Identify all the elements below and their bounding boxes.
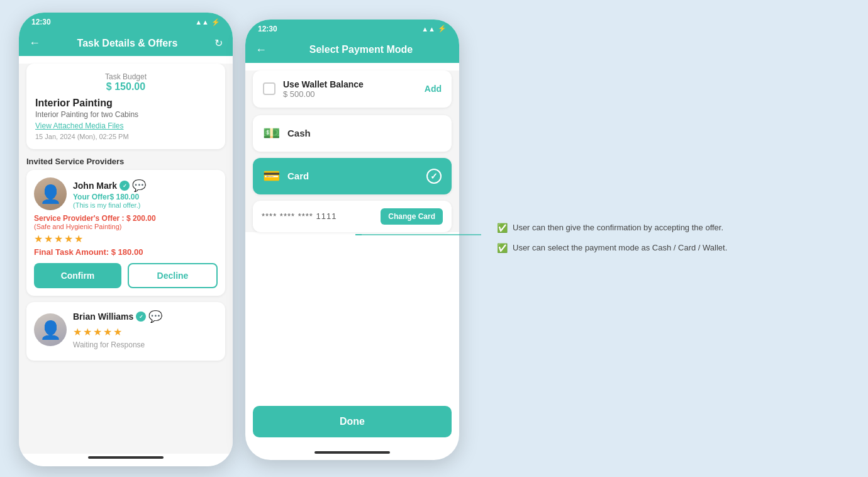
refresh-icon[interactable]: ↻ [214,37,223,49]
header-bar-1: ← Task Details & Offers ↻ [19,30,233,56]
check-icon-2: ✅ [497,243,508,253]
section-title-providers: Invited Service Providers [26,157,225,166]
waiting-text-brian: Waiting for Response [73,340,218,349]
provider-card-brian: Brian Williams ✓ 💬 ★★★★★ Waiting for Res… [26,302,225,361]
done-button-wrap: Done [245,396,459,447]
svg-point-1 [355,234,362,235]
provider-offer-note-john: (This is my final offer.) [73,201,218,209]
header-title-2: Select Payment Mode [273,44,449,55]
status-icons-2: ▲▲ ⚡ [421,25,447,33]
phone-payment: 12:30 ▲▲ ⚡ ← Select Payment Mode Use Wal… [245,20,459,460]
final-amount-john: Final Task Amount: $ 180.00 [34,247,218,257]
budget-label: Task Budget [35,72,216,81]
provider-name-brian: Brian Williams ✓ 💬 [73,310,218,323]
wallet-title: Use Wallet Balance [283,79,417,89]
annotation-1: ✅ User can then give the confirmation by… [497,223,849,233]
budget-amount: $ 150.00 [35,81,216,93]
time-1: 12:30 [31,18,51,26]
verified-badge-brian: ✓ [136,311,146,322]
bottom-bar-2 [245,451,459,454]
check-icon-1: ✅ [497,223,508,233]
provider-info-brian: Brian Williams ✓ 💬 ★★★★★ Waiting for Res… [73,310,218,349]
header-bar-2: ← Select Payment Mode [245,37,459,63]
provider-name-john: John Mark ✓ 💬 [73,179,218,193]
wifi-icon: ▲▲ [195,18,209,26]
provider-offer-john: Your Offer$ 180.00 [73,193,218,201]
provider-card-john: John Mark ✓ 💬 Your Offer$ 180.00 (This i… [26,170,225,296]
payment-body: Use Wallet Balance $ 500.00 Add 💵 Cash 💳… [245,70,459,232]
payment-options: 💵 Cash 💳 Card ✓ [253,115,452,194]
status-bar-1: 12:30 ▲▲ ⚡ [19,13,233,30]
phone-body-1: Task Budget $ 150.00 Interior Painting I… [19,64,233,454]
header-title-1: Task Details & Offers [47,38,208,49]
service-tag-john: (Safe and Hygienic Painting) [34,223,218,230]
home-indicator-2 [314,451,390,454]
task-title: Interior Painting [35,98,216,109]
time-2: 12:30 [258,25,277,33]
stars-brian: ★★★★★ [73,326,218,338]
wifi-icon-2: ▲▲ [421,25,435,33]
card-number: **** **** **** 1111 [262,211,337,221]
task-card: Task Budget $ 150.00 Interior Painting I… [26,64,225,149]
phone-task-details: 12:30 ▲▲ ⚡ ← Task Details & Offers ↻ Tas… [19,13,233,466]
battery-icon-2: ⚡ [438,25,447,33]
connector-line [355,234,481,235]
card-selected-check: ✓ [426,169,442,184]
decline-button[interactable]: Decline [128,263,218,288]
avatar-brian [34,313,67,346]
wallet-amount: $ 500.00 [283,89,417,99]
back-button-2[interactable]: ← [255,43,267,57]
wallet-add-button[interactable]: Add [425,84,442,94]
done-button[interactable]: Done [253,406,452,437]
annotation-2: ✅ User can select the payment mode as Ca… [497,243,849,253]
task-date: 15 Jan, 2024 (Mon), 02:25 PM [35,133,216,140]
battery-icon: ⚡ [211,18,220,26]
wallet-checkbox[interactable] [263,82,275,95]
provider-header-john: John Mark ✓ 💬 Your Offer$ 180.00 (This i… [34,177,218,210]
provider-info-john: John Mark ✓ 💬 Your Offer$ 180.00 (This i… [73,179,218,209]
status-bar-2: 12:30 ▲▲ ⚡ [245,20,459,37]
provider-actions-john: Confirm Decline [34,263,218,288]
change-card-button[interactable]: Change Card [381,208,443,225]
card-label: Card [287,171,309,181]
home-indicator-1 [88,456,164,459]
cash-label: Cash [287,128,311,138]
task-description: Interior Painting for two Cabins [35,110,216,119]
chat-icon-brian[interactable]: 💬 [148,310,162,323]
payment-option-cash[interactable]: 💵 Cash [253,115,452,152]
wallet-info: Use Wallet Balance $ 500.00 [283,79,417,99]
back-button-1[interactable]: ← [29,36,40,50]
payment-option-card[interactable]: 💳 Card ✓ [253,158,452,194]
wallet-card: Use Wallet Balance $ 500.00 Add [253,70,452,108]
card-number-row: **** **** **** 1111 Change Card [253,201,452,232]
annotation-area: ✅ User can then give the confirmation by… [472,223,849,257]
annotation-text-1: User can then give the confirmation by a… [513,223,723,232]
confirm-button[interactable]: Confirm [34,263,121,288]
stars-john: ★★★★★ [34,233,218,245]
avatar-john [34,177,67,210]
service-offer-john: Service Provider's Offer : $ 200.00 [34,214,218,223]
status-icons-1: ▲▲ ⚡ [195,18,220,26]
bottom-bar-1 [19,454,233,466]
provider-header-brian: Brian Williams ✓ 💬 ★★★★★ Waiting for Res… [34,310,218,349]
card-icon: 💳 [263,168,280,184]
media-link[interactable]: View Attached Media Files [35,121,216,130]
verified-badge-john: ✓ [120,181,130,191]
annotation-text-2: User can select the payment mode as Cash… [513,243,727,252]
cash-icon: 💵 [263,125,280,142]
chat-icon-john[interactable]: 💬 [132,179,146,193]
